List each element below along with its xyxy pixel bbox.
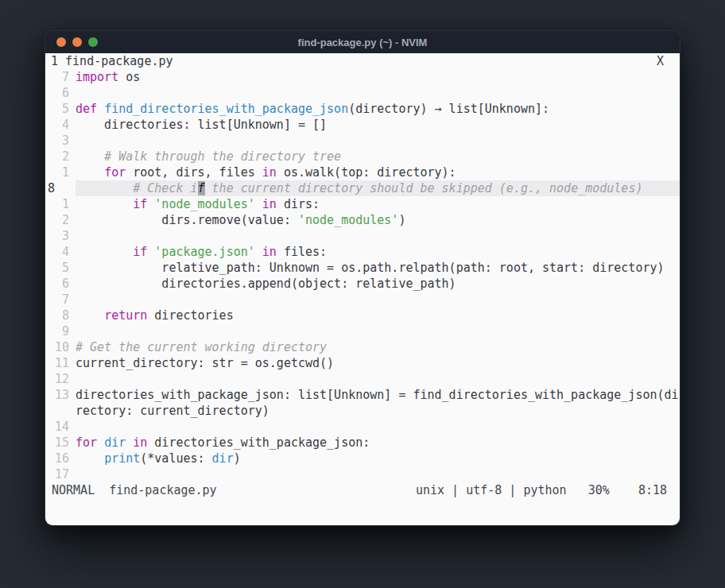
- tabline: 1 find-package.py X: [45, 53, 680, 69]
- statusline-left: NORMALfind-package.py: [52, 482, 217, 498]
- editor-line[interactable]: 8 # Check if the current directory shoul…: [45, 180, 680, 196]
- mode-indicator: NORMAL: [52, 482, 95, 498]
- traffic-lights: [56, 37, 98, 47]
- editor-line[interactable]: 5 relative_path: Unknown = os.path.relpa…: [45, 260, 680, 276]
- line-number: 16: [45, 451, 69, 466]
- code-text: [76, 323, 680, 339]
- line-number: 2: [45, 149, 69, 164]
- code-text: for root, dirs, files in os.walk(top: di…: [76, 164, 680, 180]
- minimize-window-button[interactable]: [72, 37, 82, 47]
- code-text: [76, 371, 680, 387]
- code-text: dirs.remove(value: 'node_modules'): [76, 212, 680, 228]
- editor-line[interactable]: 3: [45, 228, 680, 244]
- editor-line[interactable]: 16 print(*values: dir): [45, 451, 680, 466]
- code-text: directories_with_package_json: list[Unkn…: [76, 387, 680, 403]
- editor-line[interactable]: 4 if 'package.json' in files:: [45, 244, 680, 260]
- code-text: [76, 292, 680, 308]
- window-title: find-package.py (~) - NVIM: [45, 37, 680, 48]
- statusline-right: unix | utf-8 | python 30% 8:18: [416, 482, 667, 498]
- code-lines: 7import os65def find_directories_with_pa…: [45, 69, 680, 482]
- tab-find-package[interactable]: 1 find-package.py: [51, 53, 173, 69]
- editor-line[interactable]: 2 # Walk through the directory tree: [45, 149, 680, 164]
- line-number: 8: [45, 180, 69, 196]
- editor-line[interactable]: 13directories_with_package_json: list[Un…: [45, 387, 680, 403]
- code-text: # Walk through the directory tree: [76, 149, 680, 164]
- line-number: 6: [45, 276, 69, 292]
- code-text: [76, 466, 680, 482]
- editor-line[interactable]: 7import os: [45, 69, 680, 85]
- line-number: 11: [45, 355, 69, 371]
- line-number: 13: [45, 387, 69, 403]
- tab-close-icon[interactable]: X: [657, 53, 664, 69]
- zoom-window-button[interactable]: [88, 37, 98, 47]
- code-text: [76, 85, 680, 101]
- editor-line[interactable]: 2 dirs.remove(value: 'node_modules'): [45, 212, 680, 228]
- line-number: 1: [45, 196, 69, 212]
- code-text: [76, 133, 680, 149]
- editor-line[interactable]: 10# Get the current working directory: [45, 339, 680, 355]
- code-text: current_directory: str = os.getcwd(): [76, 355, 680, 371]
- code-text: def find_directories_with_package_json(d…: [76, 101, 680, 117]
- line-number: 12: [45, 371, 69, 387]
- statusline-filename: find-package.py: [109, 482, 216, 498]
- editor-line[interactable]: 6 directories.append(object: relative_pa…: [45, 276, 680, 292]
- code-text: relative_path: Unknown = os.path.relpath…: [76, 260, 680, 276]
- line-number: 14: [45, 419, 69, 435]
- line-number: 1: [45, 164, 69, 180]
- statusline: NORMALfind-package.py unix | utf-8 | pyt…: [45, 482, 680, 498]
- line-number: 2: [45, 212, 69, 228]
- editor-line[interactable]: rectory: current_directory): [45, 403, 680, 419]
- line-number: 10: [45, 339, 69, 355]
- line-number: 4: [45, 244, 69, 260]
- code-text: print(*values: dir): [76, 451, 680, 466]
- nvim-terminal: 1 find-package.py X 7import os65def find…: [45, 53, 680, 525]
- editor-line[interactable]: 1 for root, dirs, files in os.walk(top: …: [45, 164, 680, 180]
- line-number: 3: [45, 228, 69, 244]
- code-text: for dir in directories_with_package_json…: [76, 435, 680, 451]
- code-text: [76, 228, 680, 244]
- line-number: 6: [45, 85, 69, 101]
- editor-line[interactable]: 4 directories: list[Unknown] = []: [45, 117, 680, 133]
- line-number: 5: [45, 260, 69, 276]
- code-text: directories: list[Unknown] = []: [76, 117, 680, 133]
- editor-line[interactable]: 5def find_directories_with_package_json(…: [45, 101, 680, 117]
- command-line[interactable]: [45, 498, 680, 514]
- line-number: 5: [45, 101, 69, 117]
- editor-line[interactable]: 11current_directory: str = os.getcwd(): [45, 355, 680, 371]
- code-text: if 'node_modules' in dirs:: [76, 196, 680, 212]
- line-number: 7: [45, 292, 69, 308]
- editor-line[interactable]: 8 return directories: [45, 308, 680, 323]
- code-text: return directories: [76, 308, 680, 323]
- line-number: 9: [45, 323, 69, 339]
- line-number: 15: [45, 435, 69, 451]
- code-text: # Get the current working directory: [76, 339, 680, 355]
- code-text: # Check if the current directory should …: [76, 180, 680, 196]
- close-window-button[interactable]: [56, 37, 66, 47]
- editor-line[interactable]: 7: [45, 292, 680, 308]
- line-number: 7: [45, 69, 69, 85]
- cursor-block: f: [198, 181, 205, 195]
- line-number: 8: [45, 308, 69, 323]
- editor-line[interactable]: 1 if 'node_modules' in dirs:: [45, 196, 680, 212]
- window-titlebar[interactable]: find-package.py (~) - NVIM: [45, 31, 680, 53]
- nvim-window: find-package.py (~) - NVIM 1 find-packag…: [45, 30, 680, 526]
- editor-line[interactable]: 9: [45, 323, 680, 339]
- desktop-background: find-package.py (~) - NVIM 1 find-packag…: [0, 0, 725, 588]
- editor-line[interactable]: 3: [45, 133, 680, 149]
- line-number: 3: [45, 133, 69, 149]
- code-text: if 'package.json' in files:: [76, 244, 680, 260]
- editor-line[interactable]: 17: [45, 466, 680, 482]
- line-number: [45, 403, 69, 419]
- editor-line[interactable]: 14: [45, 419, 680, 435]
- code-text: [76, 419, 680, 435]
- code-text: import os: [76, 69, 680, 85]
- line-number: 4: [45, 117, 69, 133]
- editor-line[interactable]: 12: [45, 371, 680, 387]
- editor-line[interactable]: 6: [45, 85, 680, 101]
- editor-line[interactable]: 15for dir in directories_with_package_js…: [45, 435, 680, 451]
- line-number: 17: [45, 466, 69, 482]
- code-text: rectory: current_directory): [76, 403, 680, 419]
- code-text: directories.append(object: relative_path…: [76, 276, 680, 292]
